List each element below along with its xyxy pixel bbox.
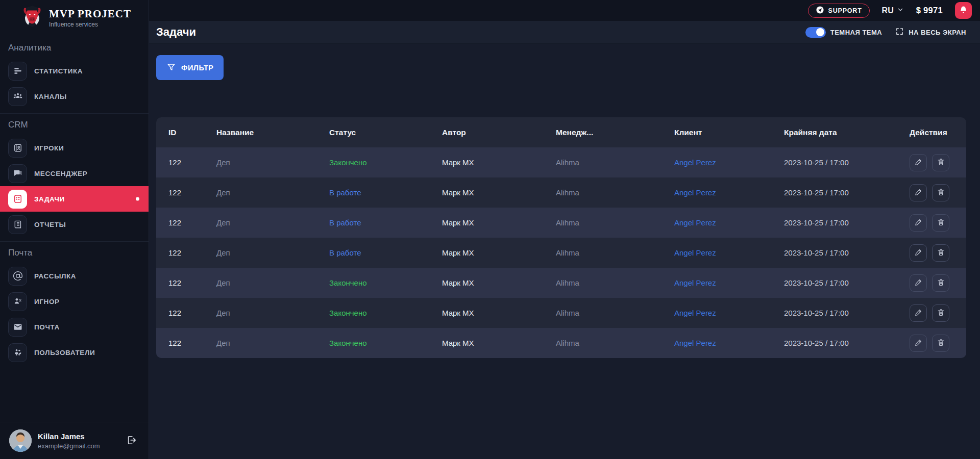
client-link[interactable]: Angel Perez bbox=[674, 248, 784, 257]
pencil-icon bbox=[914, 158, 923, 168]
section-label-crm: CRM bbox=[0, 114, 149, 135]
delete-button[interactable] bbox=[932, 154, 949, 171]
row-actions bbox=[910, 154, 954, 171]
theme-toggle-switch[interactable] bbox=[805, 27, 826, 38]
delete-button[interactable] bbox=[932, 214, 949, 232]
edit-button[interactable] bbox=[910, 304, 927, 322]
table-row: 122 Деп В работе Марк МХ Alihma Angel Pe… bbox=[156, 177, 966, 208]
client-link[interactable]: Angel Perez bbox=[674, 278, 784, 287]
theme-toggle-group[interactable]: ТЕМНАЯ ТЕМА bbox=[805, 27, 883, 38]
fullscreen-icon bbox=[895, 27, 904, 38]
logout-button[interactable] bbox=[124, 432, 139, 449]
tasks-table: ID Название Статус Автор Менедж... Клиен… bbox=[156, 117, 966, 358]
cell-author: Марк МХ bbox=[442, 248, 556, 257]
edit-button[interactable] bbox=[910, 274, 927, 292]
topbar: SUPPORT RU $ 9971 bbox=[149, 0, 980, 21]
sidebar-item-label: ИГНОР bbox=[34, 298, 60, 305]
trash-icon bbox=[937, 218, 945, 228]
pencil-icon bbox=[914, 248, 923, 258]
balance-amount[interactable]: $ 9971 bbox=[916, 6, 943, 15]
brand-subtitle: Influence services bbox=[49, 21, 131, 28]
sidebar-item-mail[interactable]: ПОЧТА bbox=[0, 314, 149, 340]
fullscreen-label: НА ВЕСЬ ЭКРАН bbox=[909, 29, 966, 36]
edit-button[interactable] bbox=[910, 154, 927, 171]
client-link[interactable]: Angel Perez bbox=[674, 309, 784, 317]
sidebar-item-tasks[interactable]: ЗАДАЧИ bbox=[0, 186, 149, 212]
trash-icon bbox=[937, 248, 945, 258]
fullscreen-button[interactable]: НА ВЕСЬ ЭКРАН bbox=[895, 27, 966, 38]
cell-manager: Alihma bbox=[556, 278, 674, 287]
cell-deadline: 2023-10-25 / 17:00 bbox=[784, 339, 910, 347]
row-actions bbox=[910, 304, 954, 322]
cell-manager: Alihma bbox=[556, 188, 674, 197]
page-header: Задачи ТЕМНАЯ ТЕМА НА ВЕСЬ ЭКРАН bbox=[149, 21, 980, 44]
cell-deadline: 2023-10-25 / 17:00 bbox=[784, 278, 910, 287]
cell-manager: Alihma bbox=[556, 218, 674, 227]
sidebar-item-label: МЕССЕНДЖЕР bbox=[34, 170, 87, 177]
client-link[interactable]: Angel Perez bbox=[674, 218, 784, 227]
sidebar-item-label: ПОЧТА bbox=[34, 323, 60, 331]
section-crm: CRM ИГРОКИ МЕССЕНДЖЕР bbox=[0, 113, 149, 237]
delete-button[interactable] bbox=[932, 335, 949, 352]
cell-name: Деп bbox=[216, 248, 329, 257]
user-email: example@gmail.com bbox=[38, 442, 118, 450]
status-badge: Закончено bbox=[329, 339, 442, 347]
edit-button[interactable] bbox=[910, 244, 927, 262]
row-actions bbox=[910, 214, 954, 232]
sidebar-item-channels[interactable]: КАНАЛЫ bbox=[0, 84, 149, 109]
col-author: Автор bbox=[442, 128, 556, 137]
col-client: Клиент bbox=[674, 128, 784, 137]
edit-button[interactable] bbox=[910, 184, 927, 201]
table-row: 122 Деп В работе Марк МХ Alihma Angel Pe… bbox=[156, 208, 966, 238]
sidebar-item-label: КАНАЛЫ bbox=[34, 93, 67, 100]
status-badge: В работе bbox=[329, 188, 442, 197]
delete-button[interactable] bbox=[932, 244, 949, 262]
sidebar-item-statistics[interactable]: СТАТИСТИКА bbox=[0, 58, 149, 84]
sidebar-item-reports[interactable]: ОТЧЕТЫ bbox=[0, 212, 149, 237]
cell-author: Марк МХ bbox=[442, 278, 556, 287]
sidebar-item-label: СТАТИСТИКА bbox=[34, 67, 83, 75]
client-link[interactable]: Angel Perez bbox=[674, 339, 784, 347]
delete-button[interactable] bbox=[932, 304, 949, 322]
active-indicator-dot bbox=[136, 197, 139, 201]
language-selector[interactable]: RU bbox=[882, 6, 904, 15]
cell-manager: Alihma bbox=[556, 309, 674, 317]
sidebar-item-users[interactable]: ПОЛЬЗОВАТЕЛИ bbox=[0, 340, 149, 365]
edit-button[interactable] bbox=[910, 335, 927, 352]
sidebar-item-ignore[interactable]: ИГНОР bbox=[0, 289, 149, 314]
notifications-button[interactable] bbox=[955, 2, 972, 19]
cell-id: 122 bbox=[168, 158, 216, 167]
delete-button[interactable] bbox=[932, 184, 949, 201]
table-row: 122 Деп Закончено Марк МХ Alihma Angel P… bbox=[156, 328, 966, 358]
delete-button[interactable] bbox=[932, 274, 949, 292]
col-status: Статус bbox=[329, 128, 442, 137]
client-link[interactable]: Angel Perez bbox=[674, 188, 784, 197]
cell-name: Деп bbox=[216, 278, 329, 287]
support-button[interactable]: SUPPORT bbox=[808, 4, 870, 18]
sidebar-item-label: ИГРОКИ bbox=[34, 144, 64, 152]
cell-name: Деп bbox=[216, 188, 329, 197]
language-code: RU bbox=[882, 6, 894, 15]
table-row: 122 Деп В работе Марк МХ Alihma Angel Pe… bbox=[156, 238, 966, 268]
chevron-down-icon bbox=[897, 6, 904, 15]
table-header-row: ID Название Статус Автор Менедж... Клиен… bbox=[156, 117, 966, 147]
messenger-icon bbox=[8, 164, 27, 183]
pencil-icon bbox=[914, 188, 923, 198]
edit-button[interactable] bbox=[910, 214, 927, 232]
cell-deadline: 2023-10-25 / 17:00 bbox=[784, 188, 910, 197]
mail-icon bbox=[8, 318, 27, 337]
cell-deadline: 2023-10-25 / 17:00 bbox=[784, 218, 910, 227]
sidebar-item-messenger[interactable]: МЕССЕНДЖЕР bbox=[0, 161, 149, 186]
user-name: Killan James bbox=[38, 432, 118, 441]
sidebar-item-players[interactable]: ИГРОКИ bbox=[0, 135, 149, 161]
sidebar: MVP PROJECT Influence services Аналитика… bbox=[0, 0, 149, 459]
user-profile: Killan James example@gmail.com bbox=[0, 422, 149, 459]
filter-button[interactable]: ФИЛЬТР bbox=[156, 55, 224, 80]
content: ФИЛЬТР ID Название Статус Автор Менедж..… bbox=[149, 44, 980, 459]
row-actions bbox=[910, 184, 954, 201]
sidebar-item-mailing[interactable]: РАССЫЛКА bbox=[0, 263, 149, 289]
funnel-icon bbox=[166, 62, 176, 73]
client-link[interactable]: Angel Perez bbox=[674, 158, 784, 167]
sidebar-item-label: ПОЛЬЗОВАТЕЛИ bbox=[34, 349, 95, 356]
app-root: MVP PROJECT Influence services Аналитика… bbox=[0, 0, 980, 459]
